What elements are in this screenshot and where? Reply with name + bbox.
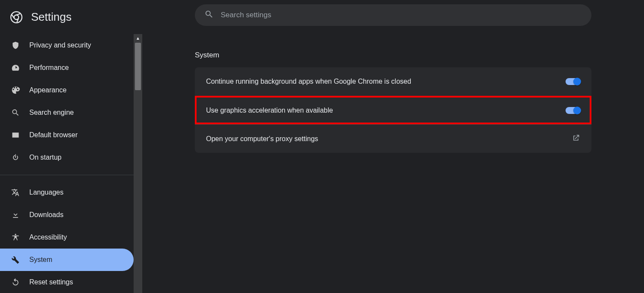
sidebar-scrollbar[interactable]: ▲ [134,34,142,293]
sidebar: Settings Privacy and security Performanc… [0,0,142,293]
sidebar-item-label: On startup [29,154,62,161]
sidebar-item-on-startup[interactable]: On startup [0,146,134,169]
sidebar-item-privacy[interactable]: Privacy and security [0,34,134,57]
sidebar-item-label: Appearance [29,86,66,94]
reset-icon [11,278,20,287]
sidebar-divider [0,175,134,175]
page-title: Settings [31,10,72,24]
scrollbar-up-icon[interactable]: ▲ [134,36,142,41]
toggle-background-apps[interactable] [566,78,580,85]
sidebar-item-label: Languages [29,189,63,196]
sidebar-item-label: System [29,256,52,264]
row-label: Use graphics acceleration when available [206,107,333,114]
row-background-apps[interactable]: Continue running background apps when Go… [195,67,591,96]
search-icon [11,108,20,117]
sidebar-item-appearance[interactable]: Appearance [0,79,134,101]
sidebar-nav: Privacy and security Performance Appeara… [0,34,142,293]
sidebar-item-label: Reset settings [29,278,73,286]
row-label: Continue running background apps when Go… [206,78,411,85]
row-proxy-settings[interactable]: Open your computer's proxy settings [195,124,591,153]
browser-icon [11,131,20,139]
speedometer-icon [11,63,20,72]
sidebar-item-languages[interactable]: Languages [0,181,134,204]
sidebar-item-label: Search engine [29,109,74,117]
sidebar-item-label: Accessibility [29,233,67,241]
row-graphics-acceleration[interactable]: Use graphics acceleration when available [195,96,591,124]
row-label: Open your computer's proxy settings [206,135,318,143]
toggle-knob [573,78,581,85]
sidebar-item-reset[interactable]: Reset settings [0,271,134,293]
search-icon [204,9,214,21]
accessibility-icon [11,233,20,242]
sidebar-item-search-engine[interactable]: Search engine [0,101,134,124]
system-card: Continue running background apps when Go… [195,67,591,153]
sidebar-item-downloads[interactable]: Downloads [0,204,134,226]
sidebar-header: Settings [0,0,142,34]
search-field[interactable] [195,4,591,26]
external-link-icon [572,134,580,144]
sidebar-item-accessibility[interactable]: Accessibility [0,226,134,249]
palette-icon [11,86,20,95]
toggle-knob [573,107,581,114]
shield-icon [11,41,20,50]
sidebar-item-performance[interactable]: Performance [0,57,134,79]
main-panel: System Continue running background apps … [142,0,644,293]
section-title: System [195,51,591,60]
power-icon [11,153,20,162]
svg-point-0 [11,12,22,23]
wrench-icon [11,255,20,264]
sidebar-item-default-browser[interactable]: Default browser [0,124,134,146]
sidebar-item-label: Downloads [29,211,63,219]
sidebar-item-label: Default browser [29,131,78,139]
sidebar-item-label: Privacy and security [29,41,91,49]
search-input[interactable] [221,11,582,19]
toggle-graphics-acceleration[interactable] [566,107,580,114]
download-icon [11,211,20,219]
chrome-logo-icon [10,11,22,23]
scrollbar-thumb[interactable] [135,43,141,90]
translate-icon [11,188,20,197]
sidebar-item-label: Performance [29,64,69,72]
sidebar-item-system[interactable]: System [0,249,134,271]
